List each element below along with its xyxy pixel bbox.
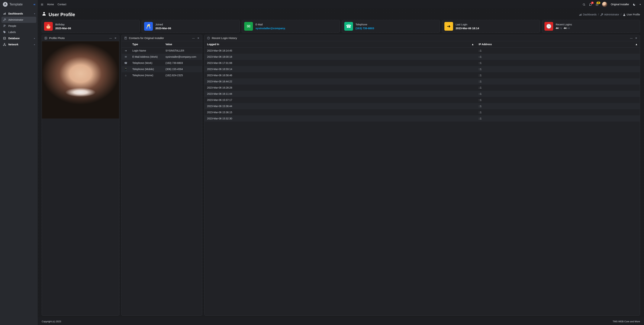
sort-asc-icon: ▲ xyxy=(635,43,638,46)
topbar: Home Contact 3 15 Original Installer ▼ xyxy=(38,0,644,9)
contact-value: SYSINSTALLER xyxy=(163,48,202,54)
hamburger-button[interactable] xyxy=(40,3,44,6)
stat-label: Joined xyxy=(156,23,171,26)
svg-point-4 xyxy=(5,25,6,26)
stat-value[interactable]: (163) 739-8803 xyxy=(356,27,374,30)
login-time: 2023-Mar-06 15:37:17 xyxy=(204,97,476,103)
stat-value: 2023-Mar-06 xyxy=(156,27,171,30)
th-ip[interactable]: IP Address▲ xyxy=(476,41,640,48)
panel-minimize-button[interactable]: — xyxy=(109,37,112,40)
table-row: 2023-Mar-06 15:36:15 ::1 xyxy=(204,109,640,115)
contact-type: E-Mail Address (Work) xyxy=(130,54,163,60)
bell-badge: 15 xyxy=(596,2,600,4)
nav-section-network[interactable]: Network▸ xyxy=(0,41,38,48)
panel-login-history: Recent Login History — ✕ Logged In▲ IP A… xyxy=(204,35,640,315)
sidebar-header: A Template xyxy=(0,0,38,9)
theme-toggle[interactable] xyxy=(633,3,636,6)
table-row: ✉ E-Mail Address (Work) sysinstaller@com… xyxy=(122,54,202,60)
table-row: 2023-Mar-06 16:44:22 ::1 xyxy=(204,78,640,85)
chat-button[interactable]: 3 xyxy=(589,3,592,6)
table-row: 2023-Mar-06 18:00:18 ::1 xyxy=(204,54,640,60)
table-row: 2023-Mar-06 16:11:44 ::1 xyxy=(204,91,640,97)
table-row: 2023-Mar-06 16:59:14 ::1 xyxy=(204,66,640,72)
stat-card-recent-logins: 🕒 Recent Logins 44 7d44 All xyxy=(542,20,640,33)
login-ip: ::1 xyxy=(476,103,640,109)
footer-attribution[interactable]: TMS WEB Core and More xyxy=(613,320,640,323)
stat-card-last-login: ➜ Last Login 2023-Mar-06 18:14 xyxy=(442,20,540,33)
table-row: 2023-Mar-06 15:37:17 ::1 xyxy=(204,97,640,103)
svg-rect-2 xyxy=(5,13,6,15)
nav-section-database[interactable]: Database▸ xyxy=(0,35,38,41)
login-ip: ::1 xyxy=(476,115,640,122)
table-row: 📱 Telephone (Mobile) (306) 155-4594 xyxy=(122,66,202,72)
search-button[interactable] xyxy=(582,3,586,6)
panel-minimize-button[interactable]: — xyxy=(630,37,632,40)
database-icon xyxy=(3,37,6,40)
login-ip: ::1 xyxy=(476,91,640,97)
login-ip: ::1 xyxy=(476,85,640,91)
panel-close-button[interactable]: ✕ xyxy=(635,37,637,40)
nav-contact[interactable]: Contact xyxy=(58,3,66,6)
svg-rect-18 xyxy=(579,15,580,16)
table-row: ➜ Login Name SYSINSTALLER xyxy=(122,48,202,54)
stat-icon: 🥂 xyxy=(144,22,153,31)
panel-close-button[interactable]: ✕ xyxy=(197,37,200,40)
username[interactable]: Original Installer xyxy=(611,3,629,6)
breadcrumb-dashboards[interactable]: Dashboards xyxy=(579,13,597,16)
login-time: 2023-Mar-06 16:11:44 xyxy=(204,91,476,97)
nav-item-labels[interactable]: Labels xyxy=(0,29,38,35)
chevron-down-icon: ▸ xyxy=(34,37,35,40)
login-time: 2023-Mar-06 16:59:14 xyxy=(204,66,476,72)
stat-icon: ☎ xyxy=(344,22,353,31)
nav-section-dashboards[interactable]: Dashboards▾ xyxy=(0,11,38,17)
panel-minimize-button[interactable]: — xyxy=(192,37,195,40)
sidebar-collapse-button[interactable] xyxy=(33,3,36,6)
login-ip: ::1 xyxy=(476,97,640,103)
stat-icon: 🕒 xyxy=(544,22,553,31)
avatar[interactable] xyxy=(602,2,607,7)
th-value: Value xyxy=(163,41,202,48)
panel-close-button[interactable]: ✕ xyxy=(114,37,116,40)
profile-photo-image xyxy=(42,41,119,119)
contact-value: (162) 824-2325 xyxy=(163,72,202,78)
stat-card-joined: 🥂 Joined 2023-Mar-06 xyxy=(142,20,240,33)
nav-item-people[interactable]: People xyxy=(0,23,38,29)
stat-label: Telephone xyxy=(356,23,374,26)
stat-card-birthday: 🎂 Birthday 2023-Mar-06 xyxy=(42,20,140,33)
page-title: User Profile xyxy=(48,12,75,18)
stat-value[interactable]: sysinstaller@company. xyxy=(256,27,286,30)
panel-contacts: Contacts for Original Installer — ✕ Type… xyxy=(122,35,202,315)
tag-icon xyxy=(3,31,6,34)
nav-item-administrator[interactable]: Administrator xyxy=(2,17,36,23)
stat-value: 2023-Mar-06 18:14 xyxy=(456,27,479,30)
table-row: 2023-Mar-06 16:28:28 ::1 xyxy=(204,85,640,91)
brand-name: Template xyxy=(10,3,23,6)
table-row: 2023-Mar-06 15:32:30 ::1 xyxy=(204,115,640,122)
breadcrumb-label: Dashboards xyxy=(583,13,597,16)
footer: Copyright (c) 2023 TMS WEB Core and More xyxy=(38,318,644,325)
chevron-down-icon: ▸ xyxy=(34,43,35,46)
history-table: Logged In▲ IP Address▲ 2023-Mar-06 18:14… xyxy=(204,41,640,122)
table-row: 2023-Mar-06 18:14:45 ::1 xyxy=(204,48,640,54)
chart-bar-icon xyxy=(3,12,6,15)
svg-line-17 xyxy=(584,5,585,6)
nav-label: Network xyxy=(8,43,18,46)
user-menu-caret[interactable]: ▼ xyxy=(639,4,641,6)
bell-button[interactable]: 15 xyxy=(596,3,598,6)
history-icon xyxy=(207,37,210,40)
nav-label: People xyxy=(8,25,16,28)
contact-type: Login Name xyxy=(130,48,163,54)
stat-icon: ➜ xyxy=(444,22,453,31)
nav: Dashboards▾AdministratorPeopleLabelsData… xyxy=(0,11,38,48)
login-time: 2023-Mar-06 15:36:15 xyxy=(204,109,476,115)
table-row: 2023-Mar-06 16:58:46 ::1 xyxy=(204,72,640,78)
login-ip: ::1 xyxy=(476,48,640,54)
nav-home[interactable]: Home xyxy=(47,3,54,6)
th-icon xyxy=(122,41,130,48)
stat-card-telephone: ☎ Telephone (163) 739-8803 xyxy=(342,20,440,33)
nav-label: Administrator xyxy=(8,18,23,21)
contact-value: (306) 155-4594 xyxy=(163,66,202,72)
footer-copyright: Copyright (c) 2023 xyxy=(42,320,61,323)
th-logged-in[interactable]: Logged In▲ xyxy=(204,41,476,48)
breadcrumb-administrator[interactable]: Administrator xyxy=(600,13,619,16)
